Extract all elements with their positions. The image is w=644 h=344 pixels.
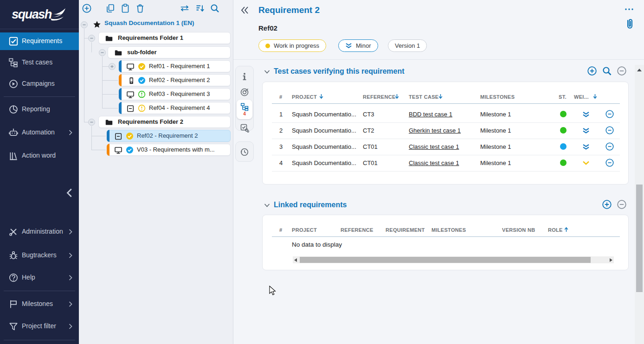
sidebar-item-project-filter[interactable]: Project filter bbox=[0, 318, 79, 335]
rail-coverage-tab[interactable] bbox=[237, 85, 252, 100]
tree-collapse-toggle[interactable] bbox=[88, 35, 95, 42]
scroll-right-arrow-icon[interactable] bbox=[610, 258, 612, 262]
chevron-right-icon bbox=[69, 275, 72, 280]
scroll-left-arrow-icon[interactable] bbox=[294, 258, 297, 262]
version-badge[interactable]: Version 1 bbox=[388, 39, 427, 52]
collapse-section-icon[interactable] bbox=[617, 199, 627, 210]
column-header-project[interactable]: PROJECT bbox=[292, 94, 317, 100]
tree-node-v03[interactable]: V03 - Requirements with m... bbox=[107, 144, 231, 156]
tree-node-label: Ref04 - Requirement 4 bbox=[149, 102, 210, 114]
tree-paste-icon[interactable] bbox=[120, 3, 130, 13]
unbind-test-case-icon[interactable] bbox=[605, 142, 614, 151]
tree-add-icon[interactable] bbox=[82, 3, 92, 13]
sidebar-item-action-word[interactable]: Action word bbox=[0, 147, 79, 165]
column-header-reference[interactable]: REFERENCE bbox=[341, 227, 374, 233]
column-header-requirement[interactable]: REQUIREMENT bbox=[386, 227, 425, 233]
squash-logo[interactable]: squash bbox=[0, 0, 79, 29]
sidebar-item-milestones[interactable]: Milestones bbox=[0, 295, 79, 313]
tree-node-project-root[interactable]: Squash Documentation 1 (EN) bbox=[104, 19, 194, 26]
tree-node-ref02-selected[interactable]: Ref02 - Requirement 2 bbox=[107, 130, 231, 142]
rail-history-tab[interactable] bbox=[237, 145, 252, 159]
tree-node-subfolder[interactable]: sub-folder bbox=[108, 46, 231, 58]
unbind-test-case-icon[interactable] bbox=[605, 126, 614, 135]
sidebar-divider bbox=[4, 291, 75, 291]
sidebar-item-campaigns[interactable]: Campaigns bbox=[0, 75, 79, 93]
chevron-right-icon bbox=[69, 130, 72, 135]
sidebar-item-automation[interactable]: Automation bbox=[0, 124, 79, 141]
sidebar-item-reporting[interactable]: Reporting bbox=[0, 101, 79, 118]
test-case-link[interactable]: BDD test case 1 bbox=[409, 106, 452, 122]
tree-node-ref01[interactable]: Ref01 - Requirement 1 bbox=[119, 60, 231, 72]
square-minus-icon bbox=[114, 132, 122, 140]
tree-node-ref04[interactable]: Ref04 - Requirement 4 bbox=[119, 102, 231, 114]
column-header-num[interactable]: # bbox=[279, 227, 282, 233]
linked-section-title[interactable]: Linked requirements bbox=[274, 201, 347, 209]
more-options-icon[interactable] bbox=[624, 7, 634, 11]
sidebar-item-administration[interactable]: Administration bbox=[0, 223, 79, 241]
vertical-scrollbar-thumb[interactable] bbox=[636, 185, 643, 292]
search-test-case-icon[interactable] bbox=[602, 66, 612, 76]
sidebar-item-bugtrackers[interactable]: Bugtrackers bbox=[0, 247, 79, 264]
column-header-reference[interactable]: REFERENCE bbox=[363, 94, 396, 100]
rail-verifying-test-cases-tab[interactable]: 4 bbox=[237, 100, 252, 119]
sort-asc-icon[interactable] bbox=[564, 227, 568, 232]
sort-desc-icon[interactable] bbox=[593, 94, 597, 99]
tree-collapse-toggle[interactable] bbox=[81, 21, 88, 28]
scroll-up-arrow-icon[interactable] bbox=[637, 69, 642, 71]
column-header-milestones[interactable]: MILESTONES bbox=[480, 94, 515, 100]
tree-copy-icon[interactable] bbox=[105, 3, 116, 13]
column-header-version-nb[interactable]: VERSION NB bbox=[502, 227, 535, 233]
tree-node-ref03[interactable]: Ref03 - Requirement 3 bbox=[119, 88, 231, 100]
test-case-link[interactable]: Classic test case 1 bbox=[409, 155, 459, 171]
column-header-milestones[interactable]: MILESTONES bbox=[431, 227, 466, 233]
sort-desc-icon[interactable] bbox=[319, 94, 323, 99]
add-test-case-icon[interactable] bbox=[587, 66, 597, 76]
verifying-section-title[interactable]: Test cases verifying this requirement bbox=[274, 67, 405, 76]
horizontal-scrollbar-thumb[interactable] bbox=[300, 257, 591, 263]
row-project: Squash Documentatio... bbox=[292, 139, 356, 155]
tree-node-ref02[interactable]: Ref02 - Requirement 2 bbox=[119, 74, 231, 86]
sort-desc-icon[interactable] bbox=[438, 94, 443, 99]
rail-information-tab[interactable] bbox=[237, 69, 252, 84]
sidebar-item-requirements[interactable]: Requirements bbox=[0, 32, 79, 50]
horizontal-scrollbar[interactable] bbox=[293, 256, 614, 263]
unbind-test-case-icon[interactable] bbox=[605, 109, 614, 119]
row-reference: CT01 bbox=[363, 155, 378, 171]
section-collapse-chevron-icon[interactable] bbox=[264, 203, 270, 208]
tree-node-folder-2[interactable]: Requirements Folder 2 bbox=[98, 116, 231, 128]
administration-tools-icon bbox=[8, 227, 19, 237]
tree-sort-icon[interactable] bbox=[195, 3, 205, 13]
tree-collapse-toggle[interactable] bbox=[99, 49, 106, 56]
sidebar-item-help[interactable]: Help bbox=[0, 269, 79, 287]
tree-node-folder-1[interactable]: Requirements Folder 1 bbox=[98, 32, 231, 44]
column-header-test-case[interactable]: TEST CASE bbox=[409, 94, 438, 100]
tree-delete-icon[interactable] bbox=[135, 3, 145, 13]
sidebar-collapse-icon[interactable] bbox=[65, 188, 75, 198]
add-linked-requirement-icon[interactable] bbox=[602, 199, 612, 210]
tree-expand-toggle[interactable] bbox=[109, 63, 116, 70]
tree-search-icon[interactable] bbox=[210, 3, 220, 13]
criticality-badge[interactable]: Minor bbox=[338, 39, 378, 52]
collapse-panel-icon[interactable] bbox=[240, 6, 250, 15]
unbind-test-case-icon[interactable] bbox=[605, 158, 614, 167]
column-header-role[interactable]: ROLE bbox=[548, 227, 563, 233]
sort-desc-icon[interactable] bbox=[395, 94, 399, 99]
column-header-weight[interactable]: WEI... bbox=[574, 94, 589, 100]
section-collapse-chevron-icon[interactable] bbox=[264, 70, 270, 74]
rail-linked-requirements-tab[interactable] bbox=[237, 121, 252, 135]
status-badge[interactable]: Work in progress bbox=[258, 39, 326, 52]
test-case-link[interactable]: Classic test case 1 bbox=[409, 139, 459, 155]
column-header-project[interactable]: PROJECT bbox=[292, 227, 317, 233]
column-header-num[interactable]: # bbox=[279, 94, 282, 100]
anchor-rail-history-group bbox=[235, 141, 254, 162]
vertical-scrollbar[interactable] bbox=[635, 65, 644, 344]
test-case-link[interactable]: Gherkin test case 1 bbox=[409, 122, 461, 139]
sidebar-item-test-cases[interactable]: Test cases bbox=[0, 54, 79, 71]
tree-swap-icon[interactable] bbox=[180, 3, 190, 13]
requirement-detail-panel: Requirement 2 Ref02 Work in progress Min… bbox=[233, 0, 644, 344]
tree-collapse-toggle[interactable] bbox=[88, 119, 95, 126]
collapse-section-icon[interactable] bbox=[617, 66, 627, 76]
column-header-status[interactable]: ST. bbox=[559, 94, 567, 100]
coverage-target-icon bbox=[240, 88, 249, 97]
attachments-paperclip-icon[interactable] bbox=[624, 18, 635, 31]
